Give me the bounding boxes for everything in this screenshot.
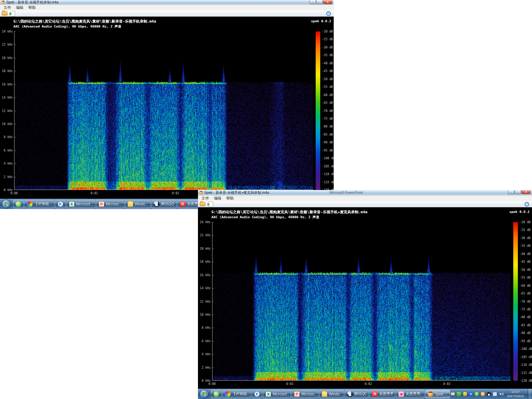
taskbar-clock[interactable]: 13:072017/10/22 [505, 390, 526, 398]
taskbar-item-powerpoint[interactable]: Microso... [96, 200, 124, 208]
open-file-button[interactable] [199, 201, 206, 207]
tray-orange-ball-icon[interactable] [481, 392, 485, 396]
taskbar-item-label: Windo... [135, 202, 148, 206]
tray-k-blue-icon[interactable]: K [469, 392, 473, 396]
qq-icon [347, 391, 353, 397]
freq-axis-label: 8 kHz [1, 135, 13, 139]
tray-green-app-icon[interactable] [457, 392, 461, 396]
colorbar-2 [513, 222, 518, 381]
spectrogram-canvas-1 [14, 31, 313, 190]
db-axis-label: -85 dB [322, 133, 333, 136]
taskbar-item-browser-360[interactable] [13, 200, 24, 208]
qq-icon [154, 201, 159, 207]
explorer-icon [322, 391, 327, 397]
time-axis-label: 0:01 [286, 382, 293, 386]
desktop-composite: { "window1": { "title": "Spek - 新录音-乐视手机… [0, 0, 532, 399]
freq-axis-label: 14 kHz [199, 286, 211, 290]
db-axis-label: -80 dB [322, 125, 333, 128]
close-button[interactable]: ✕ [323, 0, 332, 4]
db-axis-label: -35 dB [520, 244, 531, 248]
taskbar-item-pinwheel[interactable]: 【评测骁... [24, 200, 54, 208]
start-button[interactable] [199, 389, 210, 399]
window2-file-path: G:\我的论坛之路\其它论坛\当贝\黑炮麦克风\素材\音频\新录音-乐视手机+麦… [211, 210, 367, 215]
db-axis-label: -40 dB [520, 252, 531, 256]
window1-titlebar[interactable]: Spek - 新录音-乐视手机录制.m4a – ▫ ✕ [0, 0, 334, 5]
menu-edit[interactable]: 编辑 [14, 5, 25, 11]
freq-axis-label: 8 kHz [199, 326, 211, 329]
taskbar-item-qq[interactable]: 腾讯QQ [345, 390, 369, 398]
db-axis-label: -70 dB [520, 300, 531, 303]
taskbar-item-qq[interactable]: 腾讯QQ [151, 200, 176, 208]
folder-open-icon [2, 11, 7, 16]
tray-gold-shield-icon[interactable] [463, 392, 467, 396]
menu-edit[interactable]: 编辑 [212, 196, 223, 201]
taskbar-item-meitu[interactable]: 美图秀秀 [369, 390, 395, 398]
minimize-button[interactable]: – [508, 190, 514, 194]
freq-axis-label: 4 kHz [199, 352, 211, 356]
menu-file[interactable]: 文件 [199, 196, 211, 201]
db-axis-label: -55 dB [322, 85, 333, 89]
help-icon[interactable]: ? [326, 11, 331, 16]
windows-flag-icon [2, 200, 11, 209]
show-desktop-button[interactable] [528, 389, 531, 399]
start-button[interactable] [1, 200, 12, 209]
tray-network-icon[interactable] [493, 392, 497, 396]
taskbar-item-k-circle[interactable] [252, 390, 262, 398]
powerpoint-icon [99, 201, 104, 207]
menu-help[interactable]: 帮助 [224, 196, 236, 201]
window2-titlebar[interactable]: Spek - 新录音-乐视手机+麦克风录制.m4a Microsoft Powe… [198, 190, 532, 196]
maximize-button[interactable]: ▫ [515, 190, 521, 194]
time-axis-label: 0:01 [90, 191, 98, 195]
freq-axis-label: 18 kHz [1, 69, 13, 73]
db-axis-label: -75 dB [520, 308, 531, 311]
db-axis-label: -105 dB [520, 355, 532, 359]
open-file-button[interactable] [1, 11, 8, 16]
help-icon[interactable]: ? [525, 202, 529, 207]
time-axis-label: 0:03 [443, 382, 450, 386]
freq-axis-label: 24 kHz [1, 30, 13, 33]
db-axis-label: -65 dB [520, 292, 531, 295]
tray-green-dot-icon[interactable] [475, 392, 479, 396]
db-axis-label: -120 dB [520, 379, 532, 382]
spectrogram-canvas-2 [212, 222, 510, 381]
browser-360-icon [16, 201, 21, 207]
save-image-button[interactable] [207, 201, 214, 207]
tray-penguin-icon[interactable] [487, 392, 491, 396]
maximize-button[interactable]: ▫ [316, 0, 323, 4]
db-axis-label: -45 dB [322, 69, 333, 73]
db-axis-label: -25 dB [322, 37, 333, 41]
freq-axis-label: 20 kHz [1, 56, 13, 60]
taskbar-item-meitu-pink[interactable]: 美图秀秀... [396, 390, 425, 398]
window1-client-area: G:\我的论坛之路\其它论坛\当贝\黑炮麦克风\素材\音频\新录音-乐视手机录制… [0, 17, 334, 199]
db-axis-label: -75 dB [322, 117, 333, 120]
taskbar-item-label: Microsof... [76, 202, 93, 206]
taskbar-item-excel[interactable]: Microsof... [66, 200, 95, 208]
tray-volume-icon[interactable] [499, 392, 503, 396]
excel-icon [69, 201, 75, 207]
minimize-button[interactable]: – [310, 0, 316, 4]
taskbar-item-spek[interactable]: Spek -... [425, 390, 450, 398]
taskbar-item-k-circle[interactable] [55, 200, 66, 208]
taskbar-item-label: Windo... [329, 392, 341, 396]
tray-keyboard-icon[interactable] [451, 392, 455, 395]
taskbar-item-explorer[interactable]: Windo... [319, 390, 344, 398]
window1-file-info: AAC (Advanced Audio Coding), 96 kbps, 48… [13, 24, 121, 29]
taskbar-item-pinwheel[interactable]: 【评测骁... [222, 390, 251, 398]
taskbar-item-explorer[interactable]: Windo... [125, 200, 151, 208]
taskbar-item-excel[interactable]: Microsof... [263, 390, 291, 398]
window1-toolbar: ? [0, 10, 334, 17]
save-image-button[interactable] [9, 11, 16, 16]
taskbar-item-label: 美图秀秀 [379, 392, 393, 397]
db-axis-label: -100 dB [520, 347, 532, 351]
taskbar-item-browser-360[interactable] [211, 390, 222, 398]
freq-axis-label: 22 kHz [1, 43, 13, 46]
menu-file[interactable]: 文件 [1, 5, 13, 11]
save-export-icon [11, 11, 15, 16]
freq-axis-label: 14 kHz [1, 96, 13, 99]
close-button[interactable]: ✕ [521, 190, 531, 194]
freq-axis-label: 24 kHz [199, 220, 211, 224]
taskbar-item-powerpoint[interactable]: Microso... [292, 390, 318, 398]
menu-help[interactable]: 帮助 [26, 5, 38, 11]
db-axis-label: -50 dB [520, 268, 531, 272]
meitu-icon [372, 391, 378, 397]
